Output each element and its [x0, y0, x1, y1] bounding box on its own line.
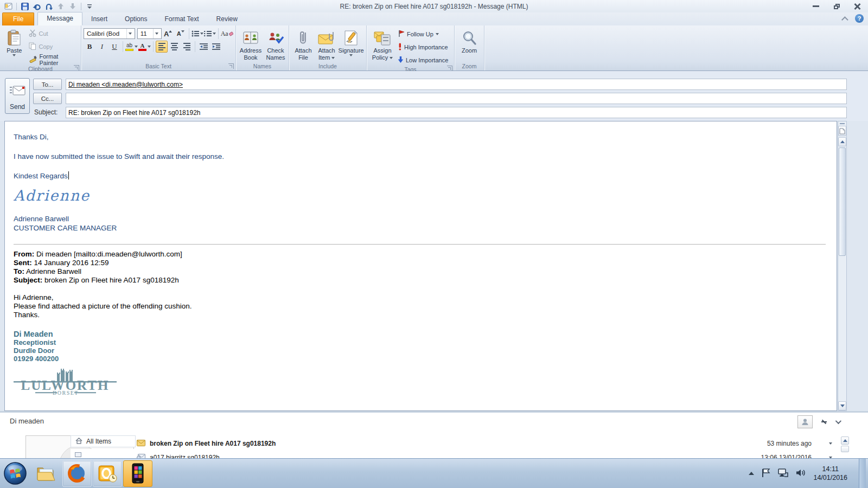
attach-file-button[interactable]: Attach File [291, 27, 315, 61]
taskbar-clock[interactable]: 14:11 14/01/2016 [813, 465, 852, 482]
activity-row[interactable]: broken Zip on Fleet hire A017 sg018192h … [137, 436, 835, 451]
cut-button[interactable]: Cut [27, 28, 79, 40]
clear-formatting-button[interactable]: Aa [221, 28, 233, 40]
format-painter-button[interactable]: Format Painter [27, 54, 79, 66]
decrease-indent-button[interactable] [197, 41, 209, 53]
taskbar: 14:11 14/01/2016 [0, 458, 868, 488]
signature-name: Adrienne Barwell [14, 214, 826, 223]
copy-button[interactable]: Copy [27, 41, 79, 53]
start-button[interactable] [3, 461, 27, 485]
align-left-button[interactable] [156, 41, 168, 53]
grow-font-button[interactable]: A [162, 28, 174, 40]
previous-item-icon[interactable] [56, 2, 66, 11]
expand-people-pane-icon[interactable] [820, 418, 828, 426]
volume-icon[interactable] [795, 468, 806, 479]
quoted-line3: Thanks. [14, 311, 826, 319]
show-hidden-icons[interactable] [749, 472, 754, 475]
people-pane-nav: All Items [71, 435, 136, 461]
basic-text-dialog-launcher[interactable] [228, 63, 234, 69]
outlook-message-window: RE: broken Zip on Fleet hire A017 sg0181… [0, 0, 868, 488]
font-name-combo[interactable]: Calibri (Bod [84, 28, 135, 39]
scroll-thumb[interactable] [839, 147, 846, 256]
shrink-font-button[interactable]: A [175, 28, 187, 40]
quoted-to: To: Adrienne Barwell [14, 267, 826, 276]
tab-options[interactable]: Options [116, 13, 156, 25]
show-desktop-button[interactable] [859, 459, 866, 488]
send-button[interactable]: Send [5, 78, 30, 114]
check-names-button[interactable]: Check Names [263, 27, 288, 61]
cc-button[interactable]: Cc... [33, 93, 62, 104]
minimize-button[interactable] [808, 2, 824, 11]
subject-label: Subject: [34, 108, 58, 116]
customize-qat-icon[interactable] [85, 2, 94, 11]
align-right-button[interactable] [181, 41, 193, 53]
zoom-button[interactable]: Zoom [457, 27, 482, 61]
address-book-button[interactable]: Address Book [238, 27, 263, 61]
font-size-combo[interactable]: 11 [137, 28, 162, 39]
close-button[interactable] [850, 2, 865, 11]
help-icon[interactable]: ? [855, 14, 864, 23]
undo-icon[interactable] [32, 2, 42, 11]
high-importance-button[interactable]: High Importance [396, 41, 450, 53]
message-header: Send To... Cc... Di meaden <di.meaden@lu… [0, 71, 868, 121]
next-item-icon[interactable] [68, 2, 78, 11]
numbering-button[interactable] [204, 28, 216, 40]
message-body[interactable]: Thanks Di, I have now submitted the issu… [4, 121, 837, 411]
cc-field[interactable] [66, 93, 847, 104]
bullets-button[interactable] [192, 28, 203, 40]
signature-button[interactable]: Signature [338, 27, 364, 61]
taskbar-firefox-button[interactable] [62, 460, 92, 487]
subject-field[interactable]: RE: broken Zip on Fleet hire A017 sg0181… [66, 107, 847, 118]
group-tags: Assign Policy Follow Up High Impo [367, 25, 455, 70]
scroll-down-button[interactable] [838, 401, 846, 410]
network-icon[interactable] [777, 468, 788, 479]
assign-policy-button[interactable]: Assign Policy [369, 27, 396, 66]
send-icon [9, 85, 25, 99]
pp-scroll-thumb[interactable] [841, 446, 849, 452]
sender-role: Receptionist [14, 338, 826, 346]
paperclip-icon [298, 29, 308, 47]
splitter-handle[interactable] [838, 121, 846, 126]
row-dropdown-icon[interactable] [829, 442, 832, 445]
collapse-people-pane-icon[interactable] [835, 418, 841, 424]
attach-item-button[interactable]: Attach Item [315, 27, 338, 61]
app-icon[interactable] [3, 2, 13, 11]
align-center-button[interactable] [168, 41, 180, 53]
bold-button[interactable]: B [84, 41, 95, 53]
tab-file[interactable]: File [2, 12, 34, 25]
tags-dialog-launcher[interactable] [447, 66, 452, 71]
to-button[interactable]: To... [33, 79, 62, 90]
redo-icon[interactable] [44, 2, 54, 11]
action-center-flag-icon[interactable] [761, 468, 770, 479]
nav-all-items[interactable]: All Items [71, 435, 136, 447]
body-scrollbar[interactable] [838, 121, 847, 411]
restore-button[interactable] [829, 2, 844, 11]
taskbar-photo-viewer-button[interactable] [123, 460, 152, 487]
pp-scroll-up[interactable] [841, 436, 849, 445]
taskbar-outlook-button[interactable] [93, 460, 122, 487]
follow-up-button[interactable]: Follow Up [396, 28, 450, 40]
save-icon[interactable] [20, 2, 30, 11]
paste-button[interactable]: Paste [2, 27, 26, 66]
quoted-sent: Sent: 14 January 2016 12:59 [14, 259, 826, 267]
scroll-up-button[interactable] [838, 137, 846, 146]
group-basic-text: Calibri (Bod 11 A A [81, 25, 236, 70]
taskbar-explorer-button[interactable] [32, 460, 61, 487]
low-importance-button[interactable]: Low Importance [396, 54, 450, 66]
tab-review[interactable]: Review [208, 13, 246, 25]
highlight-button[interactable]: ab [125, 41, 138, 53]
clipboard-dialog-launcher[interactable] [74, 65, 79, 70]
reading-pane-icon[interactable] [838, 126, 846, 136]
tab-format-text[interactable]: Format Text [156, 13, 207, 25]
font-color-button[interactable]: A [138, 41, 151, 53]
tab-message[interactable]: Message [37, 12, 82, 25]
to-field[interactable]: Di meaden <di.meaden@lulworth.com> [66, 79, 847, 90]
increase-indent-button[interactable] [210, 41, 222, 53]
svg-text:DORSET: DORSET [53, 390, 79, 395]
people-pane-scrollbar[interactable] [840, 436, 850, 458]
underline-button[interactable]: U [108, 41, 120, 53]
italic-button[interactable]: I [96, 41, 108, 53]
contact-photo-icon[interactable] [797, 415, 813, 428]
tab-insert[interactable]: Insert [82, 13, 116, 25]
window-title: RE: broken Zip on Fleet hire A017 sg0181… [0, 3, 868, 10]
